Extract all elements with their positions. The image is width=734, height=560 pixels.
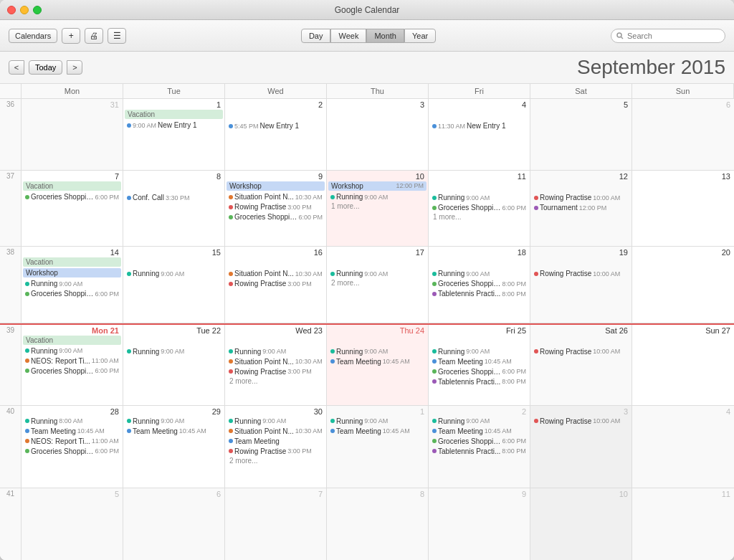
event-running-18[interactable]: Running 9:00 AM bbox=[430, 269, 528, 278]
minimize-button[interactable] bbox=[20, 6, 29, 14]
day-cell-mon-31[interactable]: 31 bbox=[22, 99, 123, 170]
week-view-button[interactable]: Week bbox=[330, 29, 366, 43]
day-cell-fri-oct9[interactable]: 9 bbox=[429, 488, 530, 560]
day-cell-mon-28[interactable]: 28 Running 8:00 AM Team Meeting 10:45 AM… bbox=[22, 406, 123, 488]
day-cell-mon-21[interactable]: Mon 21 Vacation Running 9:00 AM NEOS: Re… bbox=[22, 325, 123, 405]
day-cell-sun-20[interactable]: 20 bbox=[632, 247, 734, 322]
day-cell-wed-oct7[interactable]: 7 bbox=[225, 488, 327, 560]
day-cell-sun-27[interactable]: Sun 27 bbox=[632, 325, 734, 405]
day-cell-wed-16[interactable]: 16 Situation Point N... 10:30 AM Rowing … bbox=[225, 247, 327, 322]
event-tournament-12[interactable]: Tournament 12:00 PM bbox=[532, 203, 630, 212]
day-cell-sun-6[interactable]: 6 bbox=[632, 99, 734, 170]
event-running-30[interactable]: Running 9:00 AM bbox=[227, 417, 325, 426]
day-cell-thu-oct1[interactable]: 1 Running 9:00 AM Team Meeting 10:45 AM bbox=[327, 406, 429, 488]
day-cell-mon-7[interactable]: 7 Vacation Groceries Shopping 6:00 PM bbox=[22, 171, 123, 246]
day-cell-thu-10[interactable]: 10 Workshop 12:00 PM Running 9:00 AM 1 m… bbox=[327, 171, 429, 246]
event-groceries-21[interactable]: Groceries Shopping 6:00 PM bbox=[23, 366, 121, 376]
day-cell-wed-9[interactable]: 9 Workshop Situation Point N... 10:30 AM… bbox=[225, 171, 327, 246]
event-rowing-19[interactable]: Rowing Practise 10:00 AM bbox=[532, 269, 630, 278]
forward-button[interactable]: > bbox=[67, 60, 82, 75]
event-newentry1-fri[interactable]: 11:30 AM New Entry 1 bbox=[430, 121, 528, 130]
event-rowing-16[interactable]: Rowing Practise 3:00 PM bbox=[227, 279, 325, 288]
day-cell-wed-23[interactable]: Wed 23 Running 9:00 AM Situation Point N… bbox=[225, 325, 327, 405]
day-cell-thu-17[interactable]: 17 Running 9:00 AM 2 more... bbox=[327, 247, 429, 322]
day-cell-wed-2[interactable]: 2 5:45 PM New Entry 1 bbox=[225, 99, 327, 170]
event-teammeeting-24[interactable]: Team Meeting 10:45 AM bbox=[328, 357, 426, 366]
event-running-24[interactable]: Running 9:00 AM bbox=[328, 347, 426, 356]
event-running-oct1[interactable]: Running 9:00 AM bbox=[328, 417, 426, 426]
event-teammeeting-oct2[interactable]: Team Meeting 10:45 AM bbox=[430, 427, 528, 436]
event-running-23[interactable]: Running 9:00 AM bbox=[227, 347, 325, 356]
day-cell-sat-26[interactable]: Sat 26 Rowing Practise 10:00 AM bbox=[530, 325, 632, 405]
day-cell-tue-22[interactable]: Tue 22 Running 9:00 AM bbox=[123, 325, 225, 405]
calendars-button[interactable]: Calendars bbox=[9, 29, 57, 43]
event-groceries-25[interactable]: Groceries Shopping 6:00 PM bbox=[430, 367, 528, 376]
event-running-25[interactable]: Running 9:00 AM bbox=[430, 347, 528, 356]
event-groceries-7[interactable]: Groceries Shopping 6:00 PM bbox=[23, 192, 121, 201]
day-cell-sat-oct10[interactable]: 10 bbox=[530, 488, 632, 560]
event-groceries-14[interactable]: Groceries Shopping 6:00 PM bbox=[23, 289, 121, 298]
event-neos-21[interactable]: NEOS: Report Ti... 11:00 AM bbox=[23, 356, 121, 366]
event-groceries-28[interactable]: Groceries Shopping 6:00 PM bbox=[23, 447, 121, 456]
event-rowing-12[interactable]: Rowing Practise 10:00 AM bbox=[532, 193, 630, 202]
day-cell-sun-13[interactable]: 13 bbox=[632, 171, 734, 246]
more-link-23[interactable]: 2 more... bbox=[227, 377, 325, 385]
list-view-button[interactable]: ☰ bbox=[108, 28, 126, 44]
day-cell-mon-14[interactable]: 14 Vacation Workshop Running 9:00 AM Gro… bbox=[22, 247, 123, 322]
day-cell-mon-oct5[interactable]: 5 bbox=[22, 488, 123, 560]
event-groceries-oct2[interactable]: Groceries Shopping 6:00 PM bbox=[430, 437, 528, 446]
event-running-28[interactable]: Running 8:00 AM bbox=[23, 417, 121, 426]
event-running-17[interactable]: Running 9:00 AM bbox=[328, 269, 426, 278]
event-groceries-11[interactable]: Groceries Shopping 6:00 PM bbox=[430, 203, 528, 212]
event-teammeeting-oct1[interactable]: Team Meeting 10:45 AM bbox=[328, 427, 426, 436]
day-cell-tue-8[interactable]: 8 Conf. Call 3:30 PM bbox=[123, 171, 225, 246]
day-cell-sun-oct4[interactable]: 4 bbox=[632, 406, 734, 488]
event-rowing-oct3[interactable]: Rowing Practise 10:00 AM bbox=[532, 417, 630, 426]
event-running-11[interactable]: Running 9:00 AM bbox=[430, 193, 528, 202]
day-cell-sun-oct11[interactable]: 11 bbox=[632, 488, 734, 560]
day-cell-fri-oct2[interactable]: 2 Running 9:00 AM Team Meeting 10:45 AM … bbox=[429, 406, 530, 488]
event-running-29[interactable]: Running 9:00 AM bbox=[125, 417, 223, 426]
day-cell-tue-29[interactable]: 29 Running 9:00 AM Team Meeting 10:45 AM bbox=[123, 406, 225, 488]
more-link-11[interactable]: 1 more... bbox=[430, 213, 528, 221]
year-view-button[interactable]: Year bbox=[404, 29, 436, 43]
day-cell-thu-3[interactable]: 3 bbox=[327, 99, 429, 170]
event-rowing-30[interactable]: Rowing Practise 3:00 PM bbox=[227, 447, 325, 456]
day-cell-fri-4[interactable]: 4 11:30 AM New Entry 1 bbox=[429, 99, 530, 170]
event-groceries-18[interactable]: Groceries Shopping 8:00 PM bbox=[430, 279, 528, 288]
day-view-button[interactable]: Day bbox=[301, 29, 331, 43]
day-cell-fri-25[interactable]: Fri 25 Running 9:00 AM Team Meeting 10:4… bbox=[429, 325, 530, 405]
event-newentry1-tue[interactable]: 9:00 AM New Entry 1 bbox=[125, 120, 223, 130]
add-button[interactable]: + bbox=[62, 28, 80, 44]
event-teammeeting-25[interactable]: Team Meeting 10:45 AM bbox=[430, 357, 528, 366]
event-rowing-26[interactable]: Rowing Practise 10:00 AM bbox=[532, 347, 630, 356]
event-running-15[interactable]: Running 9:00 AM bbox=[125, 269, 223, 278]
event-tabletennis-oct2[interactable]: Tabletennis Practi... 8:00 PM bbox=[430, 447, 528, 456]
event-running-14[interactable]: Running 9:00 AM bbox=[23, 279, 121, 288]
day-cell-sat-oct3[interactable]: 3 Rowing Practise 10:00 AM bbox=[530, 406, 632, 488]
maximize-button[interactable] bbox=[33, 6, 42, 14]
more-link-30[interactable]: 2 more... bbox=[227, 457, 325, 465]
event-teammeeting-30[interactable]: Team Meeting bbox=[227, 437, 325, 446]
back-button[interactable]: < bbox=[9, 60, 24, 75]
day-cell-wed-30[interactable]: 30 Running 9:00 AM Situation Point N... … bbox=[225, 406, 327, 488]
day-cell-tue-1[interactable]: 1 Vacation 9:00 AM New Entry 1 bbox=[123, 99, 225, 170]
event-running-oct2[interactable]: Running 9:00 AM bbox=[430, 417, 528, 426]
event-teammeeting-28[interactable]: Team Meeting 10:45 AM bbox=[23, 427, 121, 436]
day-cell-sat-12[interactable]: 12 Rowing Practise 10:00 AM Tournament 1… bbox=[530, 171, 632, 246]
event-rowing-23[interactable]: Rowing Practise 3:00 PM bbox=[227, 367, 325, 376]
event-running-22[interactable]: Running 9:00 AM bbox=[125, 347, 223, 356]
day-cell-sat-5[interactable]: 5 bbox=[530, 99, 632, 170]
day-cell-tue-15[interactable]: 15 Running 9:00 AM bbox=[123, 247, 225, 322]
day-cell-fri-18[interactable]: 18 Running 9:00 AM Groceries Shopping 8:… bbox=[429, 247, 530, 322]
event-newentry1-wed[interactable]: 5:45 PM New Entry 1 bbox=[227, 121, 325, 130]
day-cell-tue-oct6[interactable]: 6 bbox=[123, 488, 225, 560]
more-link-17[interactable]: 2 more... bbox=[328, 279, 426, 287]
event-rowing-9[interactable]: Rowing Practise 3:00 PM bbox=[227, 202, 325, 212]
event-situation-23[interactable]: Situation Point N... 10:30 AM bbox=[227, 357, 325, 366]
search-input[interactable] bbox=[611, 29, 725, 43]
event-neos-28[interactable]: NEOS: Report Ti... 11:00 AM bbox=[23, 437, 121, 446]
more-link-10[interactable]: 1 more... bbox=[328, 202, 426, 210]
event-situation-30[interactable]: Situation Point N... 10:30 AM bbox=[227, 427, 325, 436]
day-cell-sat-19[interactable]: 19 Rowing Practise 10:00 AM bbox=[530, 247, 632, 322]
